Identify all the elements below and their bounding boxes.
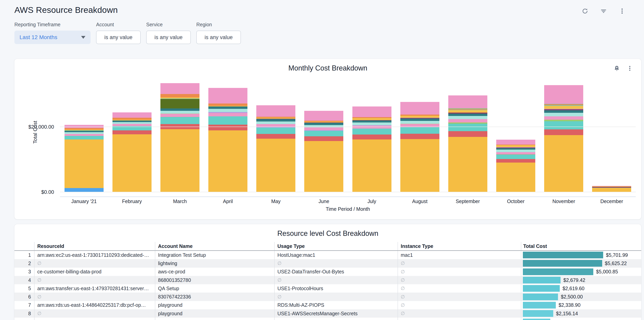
bar-segment[interactable] [208, 104, 248, 106]
bar-segment[interactable] [352, 126, 392, 129]
bar-segment[interactable] [160, 114, 200, 117]
bar-segment[interactable] [160, 99, 200, 109]
bar-segment[interactable] [352, 118, 392, 120]
bar-segment[interactable] [256, 105, 295, 117]
bar-segment[interactable] [208, 109, 248, 112]
stacked-bar-february[interactable] [112, 112, 152, 192]
bar-segment[interactable] [256, 139, 295, 192]
bar-segment[interactable] [64, 125, 104, 128]
bar-segment[interactable] [400, 116, 440, 118]
bar-segment[interactable] [544, 110, 583, 113]
bar-segment[interactable] [544, 85, 583, 104]
filter-icon[interactable] [600, 7, 608, 15]
table-row[interactable]: 6∅830767422336∅∅$2,500.00 [14, 292, 641, 301]
table-row[interactable]: 4∅868001352780∅∅$2,679.42 [14, 276, 641, 284]
bar-segment[interactable] [496, 140, 535, 144]
bar-segment[interactable] [208, 113, 248, 116]
bar-segment[interactable] [112, 130, 152, 134]
bar-segment[interactable] [112, 124, 152, 126]
bar-segment[interactable] [256, 122, 295, 124]
bar-segment[interactable] [400, 119, 440, 121]
bar-segment[interactable] [448, 119, 487, 122]
bar-segment[interactable] [256, 119, 295, 122]
filter-value-service[interactable]: is any value [146, 31, 191, 44]
bar-segment[interactable] [352, 107, 392, 117]
filter-value-region[interactable]: is any value [196, 31, 241, 44]
kebab-menu-icon[interactable] [618, 7, 626, 15]
bar-segment[interactable] [352, 129, 392, 135]
table-row[interactable]: 2∅lightwing∅∅$5,625.22 [14, 259, 641, 267]
bar-segment[interactable] [496, 154, 535, 159]
bar-segment[interactable] [400, 127, 440, 134]
bar-segment[interactable] [64, 134, 104, 136]
bar-segment[interactable] [64, 188, 104, 192]
bar-segment[interactable] [64, 131, 104, 132]
bar-segment[interactable] [304, 111, 343, 121]
col-header-account-name[interactable]: Account Name [155, 242, 274, 250]
bar-segment[interactable] [160, 129, 200, 192]
bar-segment[interactable] [448, 95, 487, 108]
bar-segment[interactable] [448, 114, 487, 116]
bar-segment[interactable] [496, 152, 535, 154]
bar-segment[interactable] [64, 139, 104, 188]
bar-segment[interactable] [304, 123, 343, 125]
bar-segment[interactable] [544, 129, 583, 135]
stacked-bar-august[interactable] [400, 102, 440, 192]
table-row[interactable]: 1arn:aws:ec2:us-east-1:733017110293:dedi… [14, 251, 641, 259]
bar-segment[interactable] [208, 130, 248, 192]
bar-segment[interactable] [160, 117, 200, 124]
bar-segment[interactable] [64, 128, 104, 130]
bar-segment[interactable] [496, 159, 535, 163]
filter-value-account[interactable]: is any value [96, 31, 141, 44]
bar-segment[interactable] [112, 134, 152, 192]
bar-segment[interactable] [208, 107, 248, 109]
bar-segment[interactable] [400, 139, 440, 192]
col-header-resource-id[interactable]: ResourceId [34, 242, 155, 250]
timeframe-select[interactable]: Last 12 Months [14, 31, 90, 44]
bar-segment[interactable] [64, 132, 104, 134]
stacked-bar-september[interactable] [448, 95, 487, 192]
bar-segment[interactable] [592, 188, 631, 192]
table-row[interactable] [14, 318, 641, 320]
bar-segment[interactable] [496, 163, 535, 192]
stacked-bar-october[interactable] [496, 140, 535, 192]
bar-segment[interactable] [304, 125, 343, 127]
refresh-icon[interactable] [581, 7, 589, 15]
bar-segment[interactable] [544, 116, 583, 120]
stacked-bar-december[interactable] [592, 186, 631, 192]
stacked-bar-january-21[interactable] [64, 125, 104, 192]
bar-segment[interactable] [208, 88, 248, 104]
bar-segment[interactable] [304, 141, 343, 192]
bar-segment[interactable] [544, 135, 583, 192]
bar-segment[interactable] [544, 122, 583, 129]
stacked-bar-march[interactable] [160, 83, 200, 192]
table-row[interactable]: 3ce-customer-billing-data-prodaws-ce-pro… [14, 268, 641, 276]
bar-segment[interactable] [256, 134, 295, 139]
col-header-total-cost[interactable]: Total Cost [521, 242, 641, 250]
bar-segment[interactable] [544, 106, 583, 109]
chart-kebab-menu-icon[interactable] [626, 65, 633, 72]
bar-segment[interactable] [160, 83, 200, 94]
bar-segment[interactable] [448, 137, 487, 192]
bar-segment[interactable] [208, 125, 248, 130]
bar-segment[interactable] [112, 122, 152, 124]
stacked-bar-july[interactable] [352, 107, 392, 192]
bar-segment[interactable] [496, 150, 535, 152]
bar-segment[interactable] [544, 113, 583, 116]
bar-segment[interactable] [496, 145, 535, 147]
bar-segment[interactable] [496, 148, 535, 150]
bar-segment[interactable] [64, 136, 104, 139]
bar-segment[interactable] [160, 111, 200, 114]
table-row[interactable]: 7arn:aws:rds:us-east-1:448640225317:db:p… [14, 301, 641, 309]
bar-segment[interactable] [448, 110, 487, 113]
bar-segment[interactable] [400, 102, 440, 115]
bar-segment[interactable] [112, 112, 152, 118]
col-header-instance-type[interactable]: Instance Type [398, 242, 521, 250]
bar-segment[interactable] [352, 139, 392, 192]
stacked-bar-may[interactable] [256, 105, 295, 192]
bar-segment[interactable] [304, 131, 343, 136]
bar-segment[interactable] [448, 131, 487, 137]
stacked-bar-november[interactable] [544, 85, 583, 192]
bar-segment[interactable] [112, 118, 152, 120]
bar-segment[interactable] [304, 127, 343, 130]
